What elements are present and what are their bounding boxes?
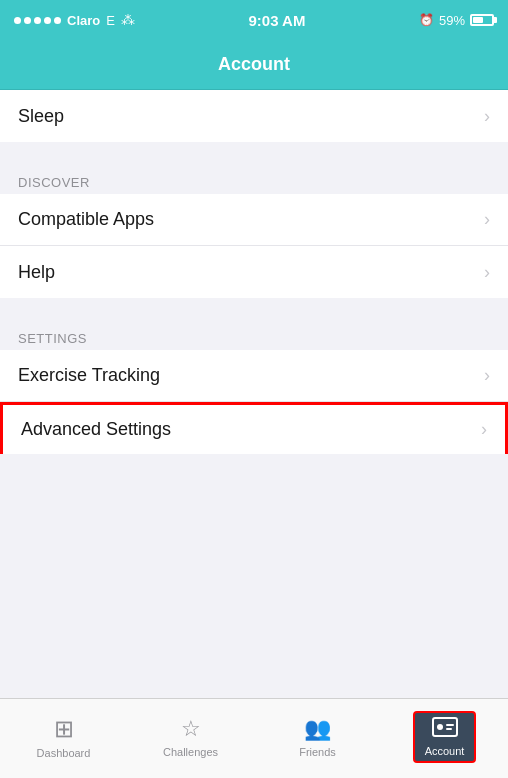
page-header: Account [0, 40, 508, 90]
signal-dots [14, 17, 61, 24]
signal-dot-4 [44, 17, 51, 24]
help-menu-item[interactable]: Help › [0, 246, 508, 298]
carrier-label: Claro [67, 13, 100, 28]
svg-point-1 [437, 724, 443, 730]
compatible-apps-menu-item[interactable]: Compatible Apps › [0, 194, 508, 246]
account-tab-active-box: Account [413, 711, 477, 763]
gap-1 [0, 142, 508, 158]
network-type: E [106, 13, 115, 28]
sleep-label: Sleep [18, 106, 64, 127]
status-bar: Claro E ⁂ 9:03 AM ⏰ 59% [0, 0, 508, 40]
advanced-settings-label: Advanced Settings [21, 419, 171, 440]
signal-dot-3 [34, 17, 41, 24]
dashboard-label: Dashboard [37, 747, 91, 759]
help-chevron: › [484, 262, 490, 283]
discover-label: DISCOVER [18, 175, 90, 190]
challenges-icon: ☆ [181, 716, 201, 742]
sleep-menu-item[interactable]: Sleep › [0, 90, 508, 142]
exercise-tracking-menu-item[interactable]: Exercise Tracking › [0, 350, 508, 402]
compatible-apps-label: Compatible Apps [18, 209, 154, 230]
friends-label: Friends [299, 746, 336, 758]
tab-bar: ⊞ Dashboard ☆ Challenges 👥 Friends Accou… [0, 698, 508, 778]
help-label: Help [18, 262, 55, 283]
settings-label: SETTINGS [18, 331, 87, 346]
advanced-settings-chevron: › [481, 419, 487, 440]
page-title: Account [218, 54, 290, 75]
status-right: ⏰ 59% [419, 13, 494, 28]
wifi-icon: ⁂ [121, 12, 135, 28]
tab-dashboard[interactable]: ⊞ Dashboard [0, 699, 127, 778]
compatible-apps-chevron: › [484, 209, 490, 230]
signal-dot-1 [14, 17, 21, 24]
exercise-tracking-chevron: › [484, 365, 490, 386]
time-display: 9:03 AM [248, 12, 305, 29]
account-icon [432, 717, 458, 742]
sleep-chevron: › [484, 106, 490, 127]
status-left: Claro E ⁂ [14, 12, 135, 28]
svg-rect-0 [433, 718, 457, 736]
exercise-tracking-label: Exercise Tracking [18, 365, 160, 386]
challenges-label: Challenges [163, 746, 218, 758]
signal-dot-5 [54, 17, 61, 24]
settings-separator: SETTINGS [0, 314, 508, 350]
tab-challenges[interactable]: ☆ Challenges [127, 699, 254, 778]
alarm-icon: ⏰ [419, 13, 434, 27]
battery-icon [470, 14, 494, 26]
gap-2 [0, 298, 508, 314]
dashboard-icon: ⊞ [54, 715, 74, 743]
svg-rect-3 [446, 728, 452, 730]
discover-section: Compatible Apps › Help › [0, 194, 508, 298]
svg-rect-2 [446, 724, 454, 726]
tab-account[interactable]: Account [381, 699, 508, 778]
sleep-section: Sleep › [0, 90, 508, 142]
signal-dot-2 [24, 17, 31, 24]
battery-percent: 59% [439, 13, 465, 28]
friends-icon: 👥 [304, 716, 331, 742]
content-area: Sleep › DISCOVER Compatible Apps › Help … [0, 90, 508, 454]
account-label: Account [425, 745, 465, 757]
battery-fill [473, 17, 483, 23]
settings-section: Exercise Tracking › Advanced Settings › [0, 350, 508, 454]
discover-separator: DISCOVER [0, 158, 508, 194]
advanced-settings-menu-item[interactable]: Advanced Settings › [0, 402, 508, 454]
tab-friends[interactable]: 👥 Friends [254, 699, 381, 778]
